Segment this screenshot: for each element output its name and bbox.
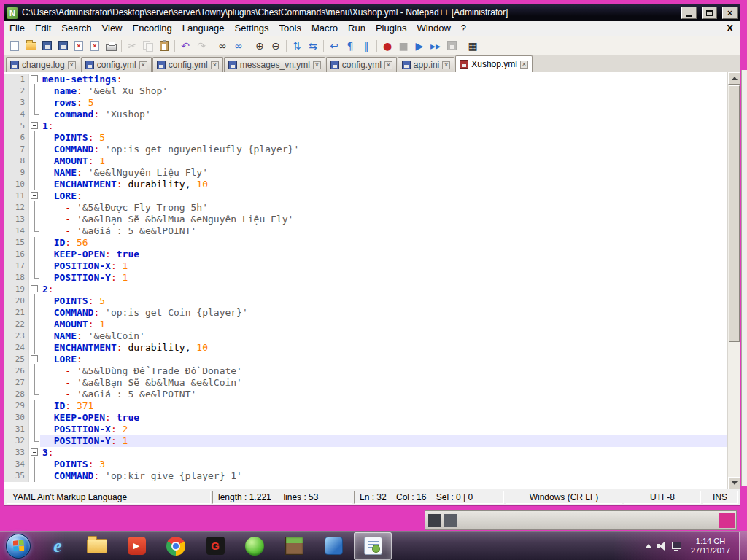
sync-vertical-button[interactable]: ⇅ <box>289 38 305 54</box>
code-line[interactable]: 27 - '&a&lBạn Sẽ &b&lMua &e&lCoin' <box>4 377 727 389</box>
tab-config-yml[interactable]: config.yml× <box>81 57 152 72</box>
menu-edit[interactable]: Edit <box>30 21 56 36</box>
code-line[interactable]: 29 ID: 371 <box>4 400 727 412</box>
green-app-taskbar-button[interactable] <box>236 532 274 560</box>
new-file-button[interactable] <box>7 38 23 54</box>
copy-button[interactable] <box>140 38 156 54</box>
document-map-button[interactable]: ▦ <box>465 38 481 54</box>
code-line[interactable]: 17 POSITION-X: 1 <box>4 260 727 272</box>
tab-close-icon[interactable]: × <box>384 61 392 69</box>
code-line[interactable]: 21 COMMAND: 'op:is get Coin {player}' <box>4 307 727 319</box>
status-encoding[interactable]: UTF-8 <box>624 491 701 504</box>
restore-button[interactable] <box>702 7 717 19</box>
code-line[interactable]: 2 name: '&e&l Xu Shop' <box>4 85 727 97</box>
code-line[interactable]: 8 AMOUNT: 1 <box>4 155 727 167</box>
save-file-button[interactable] <box>39 38 55 54</box>
code-line[interactable]: 12 - '&5&lĐược Fly Trong 5h' <box>4 202 727 214</box>
code-line[interactable]: 3 rows: 5 <box>4 97 727 109</box>
fold-marker[interactable] <box>29 354 40 365</box>
code-line[interactable]: 32 POSITION-Y: 1 <box>4 435 727 447</box>
code-line[interactable]: 30 KEEP-OPEN: true <box>4 412 727 424</box>
tab-xushop-yml[interactable]: Xushop.yml× <box>455 55 533 72</box>
menu-plugins[interactable]: Plugins <box>371 21 412 36</box>
internet-explorer-taskbar-button[interactable]: e <box>39 532 77 560</box>
code-line[interactable]: 9 NAME: '&e&lNguyên Liệu Fly' <box>4 167 727 179</box>
code-line[interactable]: 6 POINTS: 5 <box>4 132 727 144</box>
zoom-out-button[interactable]: ⊖ <box>268 38 284 54</box>
word-wrap-button[interactable]: ↩ <box>326 38 342 54</box>
fold-marker[interactable] <box>29 284 40 295</box>
fold-collapse-icon[interactable] <box>31 448 38 456</box>
minecraft-taskbar-button[interactable] <box>275 532 313 560</box>
chrome-taskbar-button[interactable] <box>157 532 195 560</box>
show-all-characters-button[interactable]: ¶ <box>342 38 358 54</box>
sync-horizontal-button[interactable]: ⇆ <box>305 38 321 54</box>
menu-run[interactable]: Run <box>343 21 371 36</box>
zoom-in-button[interactable]: ⊕ <box>252 38 268 54</box>
print-button[interactable] <box>103 38 119 54</box>
menu-search[interactable]: Search <box>56 21 96 36</box>
fold-collapse-icon[interactable] <box>31 355 38 362</box>
fold-collapse-icon[interactable] <box>31 75 38 82</box>
tab-close-icon[interactable]: × <box>313 61 321 69</box>
scrollbar-thumb[interactable] <box>729 85 740 342</box>
hidden-icons-button[interactable] <box>642 532 655 560</box>
fold-collapse-icon[interactable] <box>31 122 38 129</box>
stop-macro-button[interactable]: ■ <box>395 38 411 54</box>
menu-macro[interactable]: Macro <box>306 21 343 36</box>
menu-settings[interactable]: Settings <box>230 21 274 36</box>
code-line[interactable]: 7 COMMAND: 'op:is get nguyenlieufly {pla… <box>4 144 727 155</box>
volume-icon[interactable] <box>657 541 668 551</box>
close-all-button[interactable]: × <box>87 38 103 54</box>
menu-file[interactable]: File <box>4 21 30 36</box>
fold-marker[interactable] <box>29 447 40 459</box>
vertical-scrollbar[interactable] <box>727 72 740 489</box>
tab-close-icon[interactable]: × <box>520 61 528 69</box>
code-line[interactable]: 20 POINTS: 5 <box>4 295 727 307</box>
status-insert-mode[interactable]: INS <box>703 491 738 504</box>
code-line[interactable]: 333: <box>4 447 727 459</box>
save-macro-button[interactable] <box>444 38 460 54</box>
fold-marker[interactable] <box>29 74 40 85</box>
tab-messages-vn-yml[interactable]: messages_vn.yml× <box>224 57 325 72</box>
code-line[interactable]: 51: <box>4 120 727 132</box>
code-line[interactable]: 34 POINTS: 3 <box>4 459 727 470</box>
tab-close-icon[interactable]: × <box>211 61 219 69</box>
tab-close-icon[interactable]: × <box>442 61 450 69</box>
notepad-plus-plus-taskbar-button[interactable] <box>354 532 392 560</box>
minimize-button[interactable] <box>681 7 697 19</box>
tab-change-log[interactable]: change.log× <box>6 57 80 72</box>
close-document-button[interactable]: X <box>720 21 740 36</box>
code-line[interactable]: 22 AMOUNT: 1 <box>4 319 727 330</box>
fold-collapse-icon[interactable] <box>31 285 38 292</box>
play-macro-button[interactable]: ▶ <box>411 38 427 54</box>
tab-config-yml[interactable]: config.yml× <box>326 57 397 72</box>
tab-close-icon[interactable]: × <box>68 61 76 69</box>
tab-close-icon[interactable]: × <box>139 61 147 69</box>
background-window-strip[interactable] <box>425 510 737 530</box>
record-macro-button[interactable]: ● <box>379 38 395 54</box>
code-line[interactable]: 25 LORE: <box>4 354 727 365</box>
paste-button[interactable] <box>156 38 172 54</box>
background-window-edge[interactable] <box>741 70 747 486</box>
network-icon[interactable] <box>671 541 682 551</box>
scroll-up-button[interactable] <box>728 72 740 85</box>
run-macro-multiple-button[interactable]: ▸▸ <box>427 38 444 54</box>
menu-encoding[interactable]: Encoding <box>128 21 177 36</box>
media-player-taskbar-button[interactable]: ▶ <box>117 532 155 560</box>
code-line[interactable]: 15 ID: 56 <box>4 237 727 249</box>
menu-tools[interactable]: Tools <box>274 21 306 36</box>
code-line[interactable]: 1menu-settings: <box>4 74 727 85</box>
menu-window[interactable]: Window <box>412 21 456 36</box>
menu-help[interactable]: ? <box>456 21 471 36</box>
redo-button[interactable]: ↷ <box>193 38 209 54</box>
code-line[interactable]: 4 command: 'Xushop' <box>4 109 727 120</box>
menu-language[interactable]: Language <box>177 21 230 36</box>
code-line[interactable]: 28 - '&aGiá : 5 &e&lPOINT' <box>4 389 727 400</box>
garena-taskbar-button[interactable]: G <box>196 532 234 560</box>
code-line[interactable]: 26 - '&5&lDùng Để Trade Đồ Donate' <box>4 365 727 377</box>
code-line[interactable]: 35 COMMAND: 'op:kir give {player} 1' <box>4 470 727 482</box>
cut-button[interactable]: ✂ <box>124 38 140 54</box>
scroll-down-button[interactable] <box>728 477 740 489</box>
close-button[interactable]: × <box>722 7 738 19</box>
